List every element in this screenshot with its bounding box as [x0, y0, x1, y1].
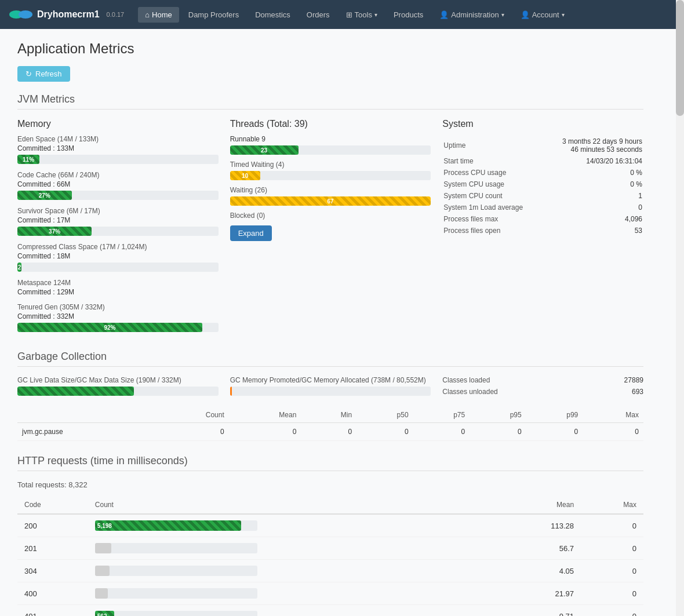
system-section: System Uptime3 months 22 days 9 hours 46… [442, 119, 643, 339]
system-row-value: 0 [554, 202, 642, 213]
nav-administration[interactable]: 👤 Administration ▾ [432, 7, 511, 23]
http-row-count [88, 582, 496, 605]
system-row-label: Uptime [443, 136, 552, 155]
account-caret-icon: ▾ [562, 12, 565, 18]
gc-table-header: Count Mean Min p50 p75 p95 p99 Max [17, 407, 643, 423]
http-table: Code Count Mean Max 200 5,198 113.28 0 2… [17, 496, 643, 616]
threads-total-label: Threads (Total: 39) [230, 119, 431, 129]
system-row-value: 1 [554, 191, 642, 201]
gc-row-p50: 0 [356, 423, 413, 441]
gc-promoted-label: GC Memory Promoted/GC Memory Allocated (… [230, 376, 431, 384]
system-row-label: System CPU usage [443, 179, 552, 189]
nav-products[interactable]: Products [387, 7, 430, 23]
gc-row-max: 0 [583, 423, 643, 441]
compressed-label: Compressed Class Space (17M / 1,024M) [17, 243, 219, 251]
expand-label: Expand [238, 229, 264, 238]
scrollbar-thumb[interactable] [676, 0, 684, 116]
grid-icon: ⊞ [346, 10, 352, 19]
thread-runnable: 23 [230, 145, 431, 155]
http-section-title: HTTP requests (time in milliseconds) [17, 455, 643, 471]
http-col-max: Max [581, 496, 643, 514]
home-icon: ⌂ [145, 10, 150, 19]
svg-point-1 [19, 10, 32, 19]
nav-domestics[interactable]: Domestics [248, 7, 297, 23]
brand-logo-icon [9, 8, 32, 21]
gc-row-p95: 0 [470, 423, 526, 441]
memory-metaspace: Metaspace 124M Committed : 129M [17, 279, 219, 296]
gc-col-p50: p50 [356, 407, 413, 423]
gc-table: Count Mean Min p50 p75 p95 p99 Max jvm.g… [17, 407, 643, 441]
refresh-icon: ↻ [26, 70, 32, 78]
gc-live-col: GC Live Data Size/GC Max Data Size (190M… [17, 376, 219, 400]
system-row-label: Start time [443, 156, 552, 166]
http-bar [95, 566, 110, 576]
refresh-label: Refresh [35, 70, 62, 78]
thread-timed-waiting: 10 [230, 171, 431, 180]
http-table-row: 200 5,198 113.28 0 [17, 514, 643, 537]
codecache-label: Code Cache (66M / 240M) [17, 171, 219, 179]
nav-administration-label: Administration [451, 10, 499, 19]
system-row-label: System 1m Load average [443, 202, 552, 213]
admin-caret-icon: ▾ [501, 12, 504, 18]
http-row-count [88, 560, 496, 582]
system-row-value: 53 [554, 225, 642, 236]
gc-col-mean: Mean [229, 407, 301, 423]
memory-tenured: Tenured Gen (305M / 332M) Committed : 33… [17, 303, 219, 332]
system-table-row: Start time14/03/20 16:31:04 [443, 156, 642, 166]
nav-home[interactable]: ⌂ Home [138, 7, 179, 23]
http-bar-wrap [95, 588, 257, 599]
codecache-pct-label: 27% [39, 192, 50, 199]
timed-waiting-progress: 10 [230, 171, 431, 180]
nav-dampproofers-label: Damp Proofers [188, 10, 239, 19]
gc-row-p99: 0 [526, 423, 583, 441]
waiting-val: 67 [327, 198, 333, 205]
eden-progress: 11% [17, 155, 219, 164]
nav-tools[interactable]: ⊞ Tools ▾ [339, 7, 384, 23]
nav-orders[interactable]: Orders [300, 7, 337, 23]
expand-button[interactable]: Expand [230, 225, 272, 241]
system-row-label: Process CPU usage [443, 167, 552, 178]
gc-live-progress [17, 387, 219, 396]
scrollbar-track[interactable] [676, 0, 684, 616]
system-table-row: System CPU count1 [443, 191, 642, 201]
eden-committed: Committed : 133M [17, 144, 219, 152]
thread-waiting: 67 [230, 196, 431, 206]
brand-link[interactable]: Dryhomecrm1 0.0.17 [9, 8, 124, 21]
http-bar-wrap: 5,198 [95, 520, 257, 531]
threads-section: Threads (Total: 39) Runnable 9 23 Timed … [230, 119, 431, 339]
gc-live-label: GC Live Data Size/GC Max Data Size (190M… [17, 376, 219, 384]
tenured-bar: 92% [17, 323, 202, 332]
gc-promoted-bar [230, 387, 232, 396]
eden-label: Eden Space (14M / 133M) [17, 135, 219, 143]
http-col-count: Count [88, 496, 496, 514]
admin-icon: 👤 [439, 10, 449, 19]
memory-compressed: Compressed Class Space (17M / 1,024M) Co… [17, 243, 219, 272]
codecache-committed: Committed : 66M [17, 180, 219, 188]
navbar: Dryhomecrm1 0.0.17 ⌂ Home Damp Proofers … [0, 0, 684, 29]
gc-col-name [17, 407, 154, 423]
http-row-mean: 9.71 [496, 605, 581, 617]
http-table-row: 401 562 9.71 0 [17, 605, 643, 617]
nav-dampproofers[interactable]: Damp Proofers [181, 7, 246, 23]
http-bar-wrap [95, 543, 257, 553]
gc-col-max: Max [583, 407, 643, 423]
brand-name: Dryhomecrm1 [37, 9, 100, 20]
nav-account[interactable]: 👤 Account ▾ [514, 7, 572, 23]
system-table-row: Process files open53 [443, 225, 642, 236]
gc-section-title: Garbage Collection [17, 351, 643, 367]
gc-live-bar [17, 387, 134, 396]
system-table-row: System 1m Load average0 [443, 202, 642, 213]
runnable-progress: 23 [230, 145, 431, 155]
system-row-value: 3 months 22 days 9 hours 46 minutes 53 s… [554, 136, 642, 155]
http-row-count: 562 [88, 605, 496, 617]
survivor-progress: 37% [17, 227, 219, 236]
gc-bars-grid: GC Live Data Size/GC Max Data Size (190M… [17, 376, 643, 400]
http-row-code: 304 [17, 560, 88, 582]
refresh-button[interactable]: ↻ Refresh [17, 66, 70, 82]
eden-bar: 11% [17, 155, 39, 164]
compressed-pct-label: 2 [18, 264, 21, 271]
memory-survivor: Survivor Space (6M / 17M) Committed : 17… [17, 207, 219, 236]
http-row-max: 0 [581, 537, 643, 560]
system-table: Uptime3 months 22 days 9 hours 46 minute… [442, 135, 643, 237]
timed-waiting-val: 10 [242, 173, 248, 179]
